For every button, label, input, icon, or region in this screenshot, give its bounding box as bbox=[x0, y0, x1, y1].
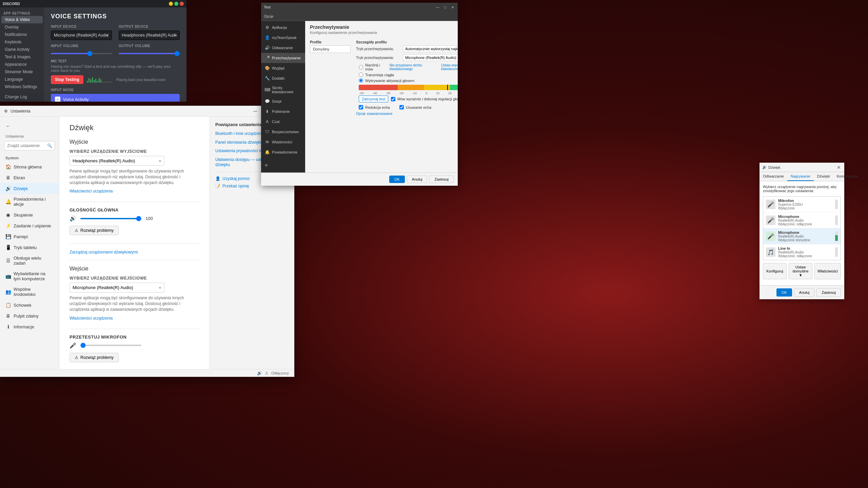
ts-checkbox1-row: Mów wyraźnie i dokonaj regulacji głośnoś… bbox=[391, 97, 458, 101]
set-default-btn[interactable]: Ustaw domyślne ▼ bbox=[789, 263, 812, 279]
ts-checkbox1-input[interactable] bbox=[391, 97, 395, 101]
output-properties-link[interactable]: Właściwości urządzenia bbox=[70, 189, 113, 194]
win-nav-zasilanie[interactable]: ⚡Zasilanie i uśpienie bbox=[0, 220, 59, 231]
dialog-tab-dzwieki[interactable]: Dźwięki bbox=[814, 172, 833, 181]
win-output-device-select[interactable]: Headphones (Realtek(R) Audio) bbox=[70, 156, 164, 166]
input-device-select-label: Wybierz urządzenie wejściowe bbox=[70, 276, 199, 281]
discord-minimize-btn[interactable]: — bbox=[169, 2, 173, 6]
ts-capture-device-select[interactable]: Microphone (Realtek(R) Audio) bbox=[403, 54, 458, 61]
ts-nav-myteamspeak[interactable]: 👤myTeamSpeak bbox=[261, 33, 305, 43]
discord-close-btn[interactable]: ✕ bbox=[180, 2, 184, 6]
ts-nav-wyglad[interactable]: 🎨Wygląd bbox=[261, 63, 305, 73]
device-item-line-in[interactable]: 🎵 Line In Realtek(R) Audio Wyłączone, od… bbox=[763, 244, 841, 260]
ts-radio-transmisja: Transmisja ciągła bbox=[356, 73, 458, 77]
ts-echo-cancellation-input[interactable] bbox=[399, 105, 404, 109]
mic-level-slider[interactable] bbox=[80, 345, 141, 346]
win-nav-pulpit-zdalny[interactable]: 🖥Pulpit zdalny bbox=[0, 310, 59, 321]
ts-nav-skroty[interactable]: ⌨Skróty klawiaturowe bbox=[261, 83, 305, 96]
sidebar-item-notifications[interactable]: Notifications bbox=[1, 31, 43, 38]
ts-nav-szept[interactable]: 💬Szept bbox=[261, 96, 305, 106]
ts-nav-pobieranie[interactable]: ⬇Pobieranie bbox=[261, 106, 305, 117]
sidebar-item-appearance[interactable]: Appearance bbox=[1, 61, 43, 68]
voice-activity-checkbox[interactable]: ✓ bbox=[55, 97, 60, 102]
recording-cancel-btn[interactable]: Anuluj bbox=[794, 288, 815, 297]
sidebar-item-change-log[interactable]: Change Log bbox=[1, 93, 43, 101]
sidebar-item-keybinds[interactable]: Keybinds bbox=[1, 38, 43, 46]
output-subsection: Wyjście Wybierz urządzenie wyjściowe Hea… bbox=[70, 139, 199, 194]
recording-dialog-close-btn[interactable]: ✕ bbox=[835, 163, 843, 171]
win-nav-informacje[interactable]: ℹInformacje bbox=[0, 321, 59, 332]
win-nav-wielozadaniowe[interactable]: ☰Obsługa wielu zadań bbox=[0, 253, 59, 268]
input-properties-link[interactable]: Właściwości urządzenia bbox=[70, 316, 113, 321]
win-nav-schowek[interactable]: 📋Schowek bbox=[0, 300, 59, 310]
win-nav-dzwiek[interactable]: 🔊Dźwięk bbox=[0, 183, 59, 194]
ts-echo-reduction-input[interactable] bbox=[359, 105, 363, 109]
input-troubleshoot-btn[interactable]: ⚠ Rozwiąż problemy bbox=[70, 353, 119, 362]
win-nav-wyswietlanie[interactable]: 📺Wyświetlanie na tym komputerze bbox=[0, 268, 59, 284]
recording-apply-btn[interactable]: Zastosuj bbox=[816, 288, 841, 297]
manage-devices-link[interactable]: Zarządzaj urządzeniami dźwiękowymi bbox=[70, 250, 138, 255]
sidebar-item-game-activity[interactable]: Game Activity bbox=[1, 46, 43, 53]
ts-maximize-btn[interactable]: □ bbox=[441, 3, 449, 11]
ts-radio-transmisja-input[interactable] bbox=[359, 73, 363, 77]
ts-cancel-btn[interactable]: Anuluj bbox=[407, 176, 428, 183]
configure-btn[interactable]: Konfiguruj bbox=[763, 263, 787, 279]
ts-capture-mode-select[interactable]: Automatycznie wykorzystaj najkorzystniej… bbox=[403, 45, 458, 52]
ts-nav-dodatki[interactable]: 🔧Dodatki bbox=[261, 73, 305, 83]
sidebar-item-log-out[interactable]: Log Out bbox=[1, 101, 43, 102]
input-volume-slider[interactable] bbox=[51, 53, 112, 54]
ts-add-profile-btn[interactable]: + bbox=[261, 160, 305, 171]
ts-minimize-btn[interactable]: — bbox=[434, 3, 441, 11]
output-troubleshoot-btn[interactable]: ⚠ Rozwiąż problemy bbox=[70, 226, 119, 235]
sidebar-item-language[interactable]: Language bbox=[1, 76, 43, 83]
sidebar-item-voice-video[interactable]: Voice & Video bbox=[1, 16, 43, 23]
win-back-button[interactable]: ← bbox=[3, 121, 14, 131]
ts-nav-odtwarzanie[interactable]: 🔊Odtwarzanie bbox=[261, 43, 305, 53]
stop-testing-button[interactable]: Stop Testing bbox=[51, 75, 83, 84]
win-nav-powiadomienia[interactable]: 🔔Powiadomienia i akcje bbox=[0, 194, 59, 209]
properties-btn[interactable]: Właściwości bbox=[814, 263, 841, 279]
ts-nav-przechwytywanie[interactable]: 🎤Przechwytywanie bbox=[261, 53, 305, 63]
ts-nav-powiadomienia[interactable]: 🔔Powiadomienia bbox=[261, 147, 305, 157]
win-nav-strona-glowna[interactable]: 🏠Strona główna bbox=[0, 161, 59, 172]
voice-activity-option[interactable]: ✓ Voice Activity bbox=[51, 94, 180, 102]
output-volume-slider[interactable] bbox=[119, 53, 180, 54]
ts-dialog-footer: OK Anuluj Zastosuj bbox=[261, 172, 458, 186]
ts-nav-aplikacja[interactable]: ⚙Aplikacja bbox=[261, 22, 305, 33]
sidebar-item-overlay[interactable]: Overlay bbox=[1, 23, 43, 31]
win-nav-ekran[interactable]: 🖥Ekran bbox=[0, 172, 59, 183]
win-input-device-select[interactable]: Microphone (Realtek(R) Audio) bbox=[70, 283, 164, 292]
discord-maximize-btn[interactable]: □ bbox=[174, 2, 178, 6]
win-nav-wspolne[interactable]: 👥Wspólne środowisko bbox=[0, 284, 59, 300]
sidebar-item-text-images[interactable]: Text & Images bbox=[1, 53, 43, 61]
win-nav-tryb-tabletu[interactable]: 📱Tryb tabletu bbox=[0, 242, 59, 253]
device-item-microphone-1[interactable]: 🎤 Microphone Realtek(R) Audio Wyłączone,… bbox=[763, 212, 841, 228]
dialog-tab-komunikacja[interactable]: Komunikacja bbox=[833, 172, 862, 181]
win-nav-skupienie[interactable]: ◉Skupienie bbox=[0, 209, 59, 220]
dialog-tab-odtwarzanie[interactable]: Odtwarzanie bbox=[760, 172, 787, 181]
ts-ok-btn[interactable]: OK bbox=[389, 176, 405, 183]
sidebar-item-streamer-mode[interactable]: Streamer Mode bbox=[1, 68, 43, 76]
recording-ok-btn[interactable]: OK bbox=[776, 288, 792, 297]
ts-more-shortcuts[interactable]: Ustaw więcej skrótów klawiaturowych bbox=[441, 63, 458, 71]
win-settings-icon: ⚙ bbox=[4, 109, 8, 114]
ts-close-btn[interactable]: ✕ bbox=[449, 3, 456, 11]
ts-apply-btn[interactable]: Zastosuj bbox=[429, 176, 454, 183]
device-item-mikrofon-superlux[interactable]: 🎤 Mikrofon Superlux E205U Wyłączone bbox=[763, 197, 841, 212]
ts-radio-wykrywanie-input[interactable] bbox=[359, 78, 363, 83]
ts-advanced-options-link[interactable]: Opcje zaawansowane bbox=[356, 111, 458, 116]
ts-nav-wiadomosci[interactable]: ✉Wiadomości bbox=[261, 137, 305, 147]
ts-profile-tab[interactable]: Domyślny bbox=[310, 45, 351, 53]
ts-radio-naciskij-input[interactable] bbox=[359, 65, 363, 69]
dialog-tab-nagrywanie[interactable]: Nagrywanie bbox=[787, 172, 814, 181]
sidebar-item-windows-settings[interactable]: Windows Settings bbox=[1, 83, 43, 90]
ts-nav-bezpieczenstwo[interactable]: 🛡Bezpieczeństwo bbox=[261, 127, 305, 137]
win-nav-pamiec[interactable]: 💾Pamięć bbox=[0, 231, 59, 242]
input-device-select[interactable]: Microphone (Realtek(R) Audio) bbox=[51, 30, 112, 40]
mic-test-label: MIC TEST bbox=[51, 59, 180, 63]
ts-capture-btn[interactable]: Zatrzymaj test bbox=[359, 96, 388, 102]
device-item-microphone-2[interactable]: 🎤 Microphone Realtek(R) Audio Wyłączone … bbox=[763, 228, 841, 244]
win-volume-slider[interactable] bbox=[80, 218, 141, 219]
ts-nav-czat[interactable]: ACzat bbox=[261, 117, 305, 127]
output-device-select[interactable]: Headphones (Realtek(R) Audio) bbox=[119, 30, 180, 40]
